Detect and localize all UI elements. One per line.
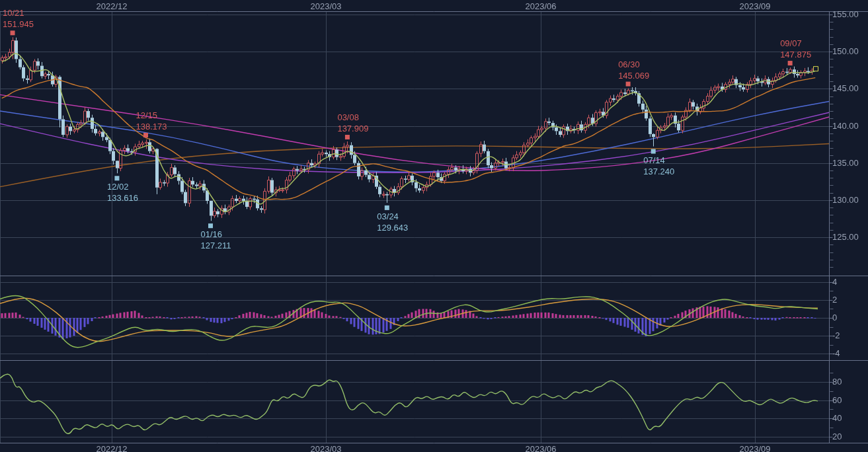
price-extreme-annotation: 12/02133.616 [107, 181, 138, 204]
price-extreme-annotation: 10/21151.945 [3, 7, 34, 30]
price-tick-label: 140.00 [832, 121, 859, 131]
rsi-tick-label: 80 [832, 377, 842, 387]
macd-tick-label: -4 [832, 348, 840, 358]
price-tick-label: 130.00 [832, 195, 859, 205]
date-label-top: 2023/09 [740, 1, 771, 11]
date-label-bottom: 2022/12 [97, 444, 128, 452]
annotation-date: 10/21 [3, 7, 34, 19]
annotation-date: 07/14 [643, 155, 674, 166]
annotation-value: 137.909 [337, 123, 368, 134]
annotation-date: 01/16 [201, 229, 231, 240]
annotation-date: 12/15 [136, 110, 167, 121]
price-tick-label: 155.00 [832, 9, 859, 19]
price-extreme-annotation: 01/16127.211 [201, 229, 231, 251]
macd-tick-label: -2 [832, 330, 840, 340]
rsi-tick-label: 20 [832, 432, 842, 441]
rsi-tick-label: 60 [832, 395, 842, 405]
annotation-date: 06/30 [618, 59, 649, 70]
date-label-bottom: 2023/03 [311, 444, 342, 452]
chart-canvas[interactable] [0, 0, 868, 452]
annotation-date: 09/07 [780, 38, 811, 49]
fx-candlestick-chart: 2022/12 2023/03 2023/06 2023/09 2022/12 … [0, 0, 868, 452]
macd-tick-label: 2 [832, 295, 837, 305]
price-extreme-annotation: 07/14137.240 [643, 155, 674, 177]
date-label-top: 2023/06 [526, 1, 557, 11]
date-label-top: 2023/03 [311, 1, 342, 11]
date-label-bottom: 2023/06 [526, 444, 557, 452]
price-extreme-annotation: 03/08137.909 [337, 112, 368, 134]
price-tick-label: 135.00 [832, 158, 859, 168]
annotation-value: 138.173 [136, 121, 167, 132]
annotation-value: 145.069 [618, 70, 649, 81]
annotation-value: 151.945 [3, 19, 34, 30]
annotation-value: 133.616 [107, 192, 138, 204]
macd-tick-label: 4 [832, 277, 837, 287]
price-extreme-annotation: 09/07147.875 [780, 38, 811, 60]
date-label-bottom: 2023/09 [740, 444, 771, 452]
annotation-date: 12/02 [107, 181, 138, 192]
annotation-value: 147.875 [780, 49, 811, 60]
price-tick-label: 145.00 [832, 83, 859, 93]
price-extreme-annotation: 06/30145.069 [618, 59, 649, 81]
price-tick-label: 125.00 [832, 232, 859, 242]
date-label-top: 2022/12 [97, 1, 128, 11]
annotation-date: 03/08 [337, 112, 368, 123]
price-extreme-annotation: 03/24129.643 [377, 211, 408, 233]
annotation-date: 03/24 [377, 211, 408, 222]
macd-tick-label: 0 [832, 313, 837, 322]
price-tick-label: 150.00 [832, 46, 859, 56]
annotation-value: 127.211 [201, 240, 231, 251]
price-extreme-annotation: 12/15138.173 [136, 110, 167, 132]
rsi-tick-label: 40 [832, 413, 842, 423]
annotation-value: 129.643 [377, 222, 408, 233]
annotation-value: 137.240 [643, 166, 674, 177]
